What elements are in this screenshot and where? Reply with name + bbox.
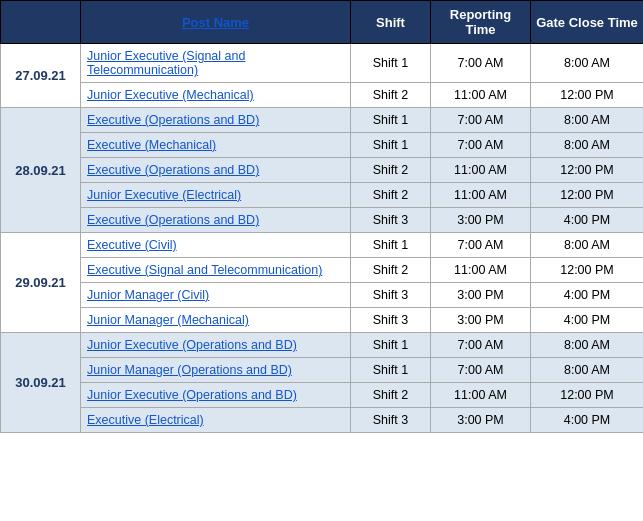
report-time-cell: 7:00 AM [431,108,531,133]
gate-close-cell: 12:00 PM [531,383,644,408]
report-time-cell: 7:00 AM [431,44,531,83]
shift-cell: Shift 1 [351,133,431,158]
gate-close-cell: 12:00 PM [531,258,644,283]
post-cell: Junior Executive (Signal and Telecommuni… [81,44,351,83]
table-row: Junior Manager (Operations and BD)Shift … [1,358,644,383]
date-cell: 29.09.21 [1,233,81,333]
report-time-cell: 11:00 AM [431,258,531,283]
table-row: 29.09.21Executive (Civil)Shift 17:00 AM8… [1,233,644,258]
shift-cell: Shift 3 [351,283,431,308]
report-time-cell: 7:00 AM [431,133,531,158]
post-cell: Executive (Civil) [81,233,351,258]
post-cell: Junior Executive (Operations and BD) [81,383,351,408]
report-time-cell: 11:00 AM [431,158,531,183]
shift-cell: Shift 3 [351,208,431,233]
shift-cell: Shift 1 [351,44,431,83]
shift-cell: Shift 2 [351,383,431,408]
post-cell: Junior Executive (Mechanical) [81,83,351,108]
table-row: 28.09.21Executive (Operations and BD)Shi… [1,108,644,133]
gate-close-cell: 12:00 PM [531,83,644,108]
report-time-cell: 3:00 PM [431,208,531,233]
table-body: 27.09.21Junior Executive (Signal and Tel… [1,44,644,433]
report-time-cell: 7:00 AM [431,333,531,358]
schedule-table: Date Post Name Shift Reporting Time Gate… [0,0,643,433]
header-shift: Shift [351,1,431,44]
gate-close-cell: 8:00 AM [531,333,644,358]
gate-close-cell: 4:00 PM [531,208,644,233]
table-row: Executive (Operations and BD)Shift 33:00… [1,208,644,233]
date-cell: 30.09.21 [1,333,81,433]
header-gate: Gate Close Time [531,1,644,44]
post-cell: Executive (Operations and BD) [81,158,351,183]
gate-close-cell: 8:00 AM [531,108,644,133]
table-row: Executive (Operations and BD)Shift 211:0… [1,158,644,183]
table-row: Junior Executive (Electrical)Shift 211:0… [1,183,644,208]
shift-cell: Shift 1 [351,333,431,358]
shift-cell: Shift 3 [351,408,431,433]
report-time-cell: 3:00 PM [431,283,531,308]
report-time-cell: 7:00 AM [431,358,531,383]
gate-close-cell: 12:00 PM [531,183,644,208]
report-time-cell: 3:00 PM [431,308,531,333]
shift-cell: Shift 2 [351,258,431,283]
table-row: Executive (Mechanical)Shift 17:00 AM8:00… [1,133,644,158]
shift-cell: Shift 2 [351,183,431,208]
table-row: 30.09.21Junior Executive (Operations and… [1,333,644,358]
post-cell: Executive (Operations and BD) [81,208,351,233]
table-row: Junior Manager (Mechanical)Shift 33:00 P… [1,308,644,333]
gate-close-cell: 12:00 PM [531,158,644,183]
report-time-cell: 11:00 AM [431,183,531,208]
shift-cell: Shift 2 [351,158,431,183]
shift-cell: Shift 1 [351,108,431,133]
post-cell: Junior Manager (Civil) [81,283,351,308]
post-cell: Junior Executive (Electrical) [81,183,351,208]
shift-cell: Shift 1 [351,233,431,258]
table-row: Executive (Electrical)Shift 33:00 PM4:00… [1,408,644,433]
gate-close-cell: 4:00 PM [531,283,644,308]
post-cell: Junior Manager (Mechanical) [81,308,351,333]
table-row: 27.09.21Junior Executive (Signal and Tel… [1,44,644,83]
header-report: Reporting Time [431,1,531,44]
date-cell: 27.09.21 [1,44,81,108]
table-row: Junior Executive (Operations and BD)Shif… [1,383,644,408]
post-cell: Junior Executive (Operations and BD) [81,333,351,358]
gate-close-cell: 4:00 PM [531,408,644,433]
post-cell: Executive (Operations and BD) [81,108,351,133]
report-time-cell: 11:00 AM [431,83,531,108]
gate-close-cell: 8:00 AM [531,44,644,83]
shift-cell: Shift 3 [351,308,431,333]
report-time-cell: 3:00 PM [431,408,531,433]
table-row: Junior Manager (Civil)Shift 33:00 PM4:00… [1,283,644,308]
post-cell: Executive (Electrical) [81,408,351,433]
table-row: Executive (Signal and Telecommunication)… [1,258,644,283]
header-post: Post Name [81,1,351,44]
report-time-cell: 7:00 AM [431,233,531,258]
gate-close-cell: 4:00 PM [531,308,644,333]
shift-cell: Shift 1 [351,358,431,383]
table-row: Junior Executive (Mechanical)Shift 211:0… [1,83,644,108]
gate-close-cell: 8:00 AM [531,358,644,383]
gate-close-cell: 8:00 AM [531,233,644,258]
date-cell: 28.09.21 [1,108,81,233]
gate-close-cell: 8:00 AM [531,133,644,158]
post-cell: Executive (Signal and Telecommunication) [81,258,351,283]
post-cell: Executive (Mechanical) [81,133,351,158]
post-cell: Junior Manager (Operations and BD) [81,358,351,383]
shift-cell: Shift 2 [351,83,431,108]
report-time-cell: 11:00 AM [431,383,531,408]
header-date: Date [1,1,81,44]
